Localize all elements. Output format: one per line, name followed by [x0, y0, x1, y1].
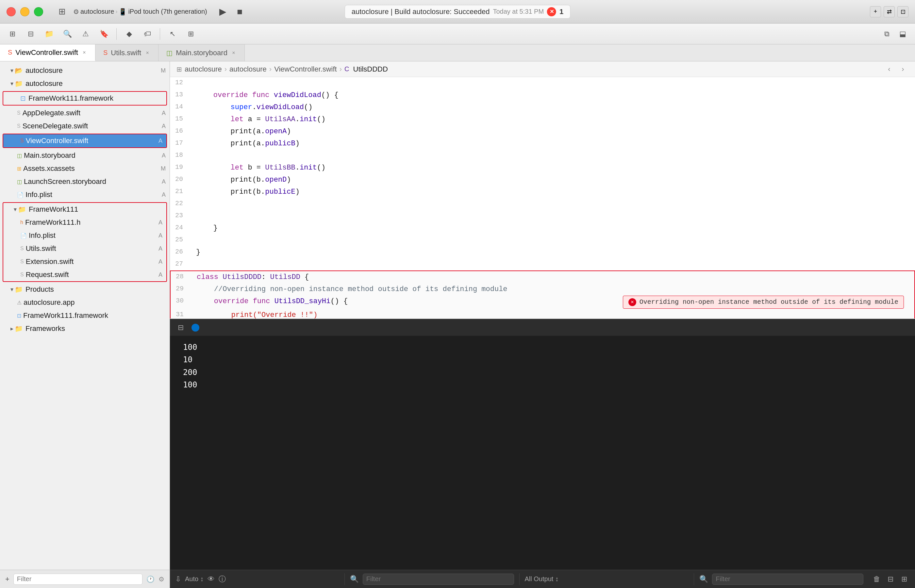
folder-icon-fw: 📁: [18, 205, 26, 213]
tab-viewcontroller-swift[interactable]: S ViewController.swift ×: [0, 44, 95, 61]
console-filter-input[interactable]: [363, 573, 514, 585]
search-toolbar-icon[interactable]: 🔍: [61, 28, 73, 40]
info-icon[interactable]: ⓘ: [218, 574, 226, 584]
split-view-icon[interactable]: ⊟: [885, 573, 896, 585]
eye-icon[interactable]: 👁: [207, 575, 215, 583]
sidebar-item-label-fw-group: FrameWork111: [29, 205, 162, 214]
framework111-group-red: ▾ 📁 FrameWork111 h FrameWork111.h A 📄 In…: [3, 202, 167, 282]
sidebar-filter-input[interactable]: [13, 573, 142, 585]
breadcrumb-bar: ⊞ autoclosure › autoclosure › ViewContro…: [170, 61, 915, 77]
code-line-27: 27: [170, 258, 915, 270]
sidebar-item-fw-product[interactable]: ⊡ FrameWork111.framework: [0, 309, 170, 322]
console-panel-icon[interactable]: ⊟: [175, 322, 186, 333]
badge-scenedelegate: A: [162, 123, 166, 130]
console-line-1: 100: [183, 341, 902, 354]
plist-icon: 📄: [17, 192, 24, 198]
sidebar-item-fw-extension[interactable]: S Extension.swift A: [3, 255, 167, 268]
back-forward-button[interactable]: ⇄: [884, 6, 895, 17]
header-file-icon: h: [20, 220, 23, 225]
grid-icon[interactable]: ⊞: [185, 28, 197, 40]
tab-close-button-2[interactable]: ×: [144, 50, 150, 56]
sidebar-item-info-plist[interactable]: 📄 Info.plist A: [0, 188, 170, 201]
scheme-device-selector[interactable]: ⚙ autoclosure › 📱 iPod touch (7th genera…: [73, 8, 207, 16]
breadcrumb-file[interactable]: ViewController.swift: [274, 65, 337, 73]
sidebar-item-fw-header[interactable]: h FrameWork111.h A: [3, 216, 167, 229]
close-button[interactable]: [6, 7, 16, 16]
folder-icon[interactable]: 📁: [43, 28, 55, 40]
code-line-16: 16 print(a.openA): [170, 126, 915, 137]
tag-icon[interactable]: 🏷: [142, 28, 153, 40]
code-editor: 12 13 override func viewDidLoad() { 14 s…: [170, 77, 915, 319]
console-footer-divider-1: [344, 573, 345, 585]
filter-options-icon[interactable]: ⚙: [158, 575, 164, 583]
navigator-toggle-icon[interactable]: ⊞: [6, 28, 18, 40]
sidebar-item-label-frameworks: Frameworks: [26, 325, 166, 333]
hierarchy-icon[interactable]: ⊟: [25, 28, 37, 40]
build-status-area: autoclosure | Build autoclosure: Succeed…: [345, 5, 571, 19]
warning-icon[interactable]: ⚠: [80, 28, 92, 40]
sidebar-toggle-icon[interactable]: ⊞: [56, 6, 68, 18]
tab-main-storyboard[interactable]: ◫ Main.storyboard ×: [158, 44, 245, 61]
sidebar-item-fw-request[interactable]: S Request.swift A: [3, 268, 167, 281]
build-time: Today at 5:31 PM: [493, 8, 544, 15]
minimize-button[interactable]: [20, 7, 29, 16]
swift-file-icon-app: S: [17, 110, 21, 116]
sidebar-item-viewcontroller[interactable]: S ViewController.swift A: [3, 134, 167, 147]
sidebar-item-label-root: autoclosure: [26, 66, 158, 75]
sidebar-item-app-product[interactable]: ⚠ autoclosure.app: [0, 296, 170, 309]
add-tab-button[interactable]: +: [870, 6, 881, 17]
sidebar-item-products[interactable]: ▾ 📁 Products: [0, 283, 170, 296]
breadcrumb-group[interactable]: autoclosure: [230, 65, 267, 73]
breadcrumb-project[interactable]: autoclosure: [184, 65, 222, 73]
cursor-icon[interactable]: ↖: [167, 28, 178, 40]
sidebar-footer-icons: +: [5, 575, 10, 583]
class-icon: C: [344, 65, 349, 73]
framework-red-group: ⊡ FrameWork111.framework: [3, 91, 167, 105]
add-file-button[interactable]: +: [5, 575, 10, 583]
tab-utils-swift[interactable]: S Utils.swift ×: [95, 44, 158, 61]
layout-columns-icon[interactable]: ⧉: [881, 28, 893, 40]
output-label: All Output ↕: [525, 575, 558, 583]
sidebar-item-launchscreen[interactable]: ◫ LaunchScreen.storyboard A: [0, 175, 170, 188]
trash-icon[interactable]: 🗑: [871, 573, 882, 585]
tab-label-3: Main.storyboard: [176, 48, 228, 57]
nav-back-button[interactable]: ‹: [884, 64, 895, 75]
badge-main-storyboard: A: [162, 152, 166, 159]
badge-fw-request: A: [158, 271, 162, 278]
play-button[interactable]: ▶: [217, 6, 229, 18]
breakpoint-icon[interactable]: ◆: [123, 28, 135, 40]
tab-close-button[interactable]: ×: [81, 50, 87, 55]
launchscreen-icon: ◫: [17, 179, 22, 185]
layout-console-icon[interactable]: ⬓: [897, 28, 909, 40]
stop-button[interactable]: ■: [234, 6, 246, 18]
sidebar-item-label-assets: Assets.xcassets: [23, 164, 158, 173]
sidebar-item-fw-utils[interactable]: S Utils.swift A: [3, 242, 167, 255]
sidebar-item-framework111-group[interactable]: ▾ 📁 FrameWork111: [3, 203, 167, 216]
window-zoom-button[interactable]: ⊡: [897, 6, 909, 17]
tabs-bar: S ViewController.swift × S Utils.swift ×…: [0, 44, 915, 61]
auto-scroll-icon[interactable]: ⇩: [175, 575, 181, 583]
tab-close-button-3[interactable]: ×: [231, 50, 237, 56]
sidebar-item-scenedelegate[interactable]: S SceneDelegate.swift A: [0, 120, 170, 132]
sidebar-item-label-info-plist: Info.plist: [26, 191, 159, 199]
console-indicator: [191, 324, 199, 331]
sidebar-item-autoclosure-root[interactable]: ▾ 📂 autoclosure M: [0, 64, 170, 77]
auto-label: Auto ↕: [185, 575, 204, 583]
sidebar-item-framework111[interactable]: ⊡ FrameWork111.framework: [3, 92, 167, 105]
console-filter-input-2[interactable]: [712, 573, 863, 585]
sidebar-item-autoclosure-group[interactable]: ▾ 📁 autoclosure: [0, 77, 170, 90]
sidebar-item-assets[interactable]: ⊞ Assets.xcassets M: [0, 162, 170, 175]
sidebar-item-appdelegate[interactable]: S AppDelegate.swift A: [0, 107, 170, 120]
sidebar-item-label-main-storyboard: Main.storyboard: [24, 151, 159, 160]
nav-forward-button[interactable]: ›: [897, 64, 909, 75]
console-area: ⊟ 100 10 200 100 ⇩ Auto ↕ 👁 ⓘ: [170, 319, 915, 588]
bookmark-icon[interactable]: 🔖: [98, 28, 110, 40]
sidebar-item-frameworks[interactable]: ▸ 📁 Frameworks: [0, 322, 170, 335]
code-line-29: 29 //Overriding non-open instance method…: [171, 283, 914, 295]
sidebar-item-label-fw-header: FrameWork111.h: [25, 218, 156, 227]
sidebar-item-main-storyboard[interactable]: ◫ Main.storyboard A: [0, 149, 170, 162]
sidebar-item-fw-plist[interactable]: 📄 Info.plist A: [3, 229, 167, 242]
filter-recent-icon[interactable]: 🕐: [146, 575, 155, 583]
fullscreen-button[interactable]: [34, 7, 43, 16]
full-view-icon[interactable]: ⊞: [899, 573, 910, 585]
